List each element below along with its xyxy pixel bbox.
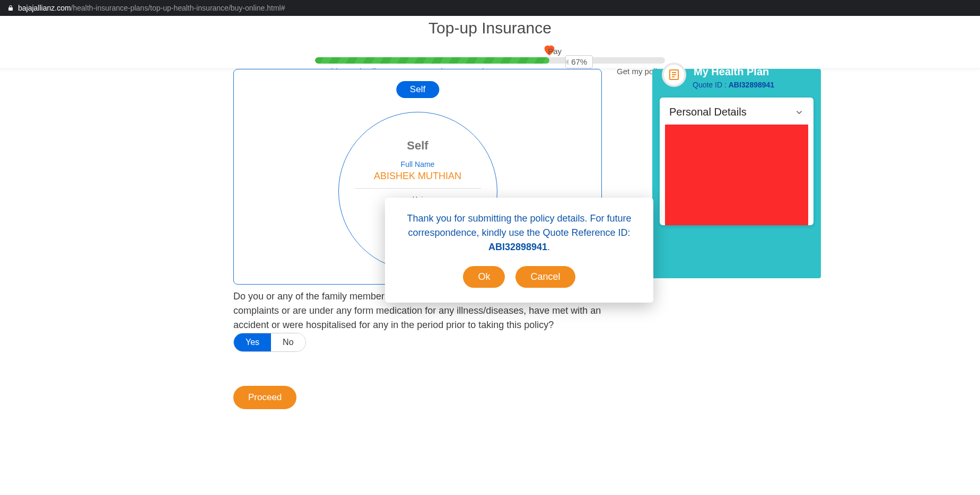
url-path: /health-insurance-plans/top-up-health-in… <box>71 4 285 12</box>
quote-label: Quote ID : <box>693 81 729 89</box>
browser-url-bar: bajajallianz.com/health-insurance-plans/… <box>0 0 980 16</box>
member-role: Self <box>339 139 497 153</box>
divider <box>355 188 481 189</box>
yes-no-toggle: Yes No <box>233 333 306 352</box>
page-title: Top-up Insurance <box>0 16 980 37</box>
panel-body-redacted <box>665 125 808 225</box>
proceed-button[interactable]: Proceed <box>233 386 296 409</box>
modal-ref-id: ABI32898941 <box>488 242 547 252</box>
quote-id: ABI32898941 <box>729 81 774 89</box>
plan-title: My Health Plan <box>694 66 769 78</box>
toggle-yes[interactable]: Yes <box>234 333 271 351</box>
plan-icon <box>662 63 686 87</box>
url-domain: bajajallianz.com <box>18 4 71 12</box>
confirmation-modal: Thank you for submitting the policy deta… <box>385 198 653 303</box>
page-header: Top-up Insurance 67% Provide my details … <box>0 16 980 69</box>
progress-track <box>315 57 665 64</box>
ok-button[interactable]: Ok <box>463 266 505 288</box>
full-name-label: Full Name <box>339 160 497 169</box>
lock-icon <box>7 5 14 11</box>
step-pay: Pay <box>548 47 562 56</box>
panel-title: Personal Details <box>669 106 747 118</box>
personal-details-panel: Personal Details <box>660 98 813 225</box>
progress-fill <box>315 57 549 64</box>
quote-id-line: Quote ID : ABI32898941 <box>693 81 821 89</box>
toggle-no[interactable]: No <box>271 333 305 351</box>
modal-message: Thank you for submitting the policy deta… <box>401 211 637 254</box>
document-icon <box>668 68 680 81</box>
chevron-down-icon <box>794 108 804 117</box>
cancel-button[interactable]: Cancel <box>515 266 575 288</box>
full-name-value: ABISHEK MUTHIAN <box>339 171 497 182</box>
progress-bar: 67% Provide my details Choose my plan Pa… <box>315 57 665 64</box>
member-self-pill[interactable]: Self <box>396 81 439 98</box>
plan-sidebar: My Health Plan Quote ID : ABI32898941 Pe… <box>652 69 821 278</box>
main-area: Self Self Full Name ABISHEK MUTHIAN Hei … <box>0 69 980 495</box>
panel-header[interactable]: Personal Details <box>660 98 813 125</box>
